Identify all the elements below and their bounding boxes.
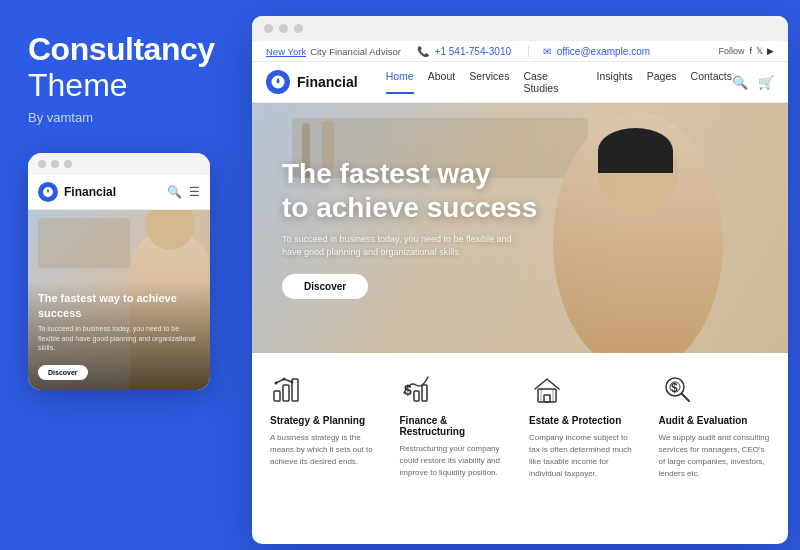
desktop-services: Strategy & Planning A business strategy … [252,353,788,480]
hero-title: The fastest way to achieve success [282,157,537,224]
email-icon: ✉ [543,46,551,57]
topbar-follow-label: Follow [718,46,744,56]
topbar-city-rest: City Financial Advisor [310,46,401,57]
topbar-socials: f 𝕏 ▶ [749,46,774,56]
service-card-finance: $ Finance & Restructuring Restructuring … [396,371,516,480]
service-card-strategy: Strategy & Planning A business strategy … [266,371,386,480]
facebook-icon[interactable]: f [749,46,752,56]
nav-link-case-studies[interactable]: Case Studies [523,70,582,94]
desktop-dot-1 [264,24,273,33]
desktop-logo: Financial [266,70,358,94]
svg-rect-9 [414,391,419,401]
email-address: office@example.com [557,46,650,57]
dot-3 [64,160,72,168]
svg-rect-2 [274,391,280,401]
mobile-hero-subtitle: To succeed in business today, you need t… [38,324,200,353]
service-card-audit: $ Audit & Evaluation We supply audit and… [655,371,775,480]
nav-link-insights[interactable]: Insights [597,70,633,94]
nav-link-home[interactable]: Home [386,70,414,94]
strategy-icon [270,371,306,407]
desktop-dot-3 [294,24,303,33]
desktop-preview: New York City Financial Advisor 📞 +1 541… [252,16,788,544]
desktop-logo-circle [266,70,290,94]
nav-link-contacts[interactable]: Contacts [691,70,732,94]
desktop-nav-links: Home About Services Case Studies Insight… [386,70,732,94]
finance-icon: $ [400,371,436,407]
nav-link-about[interactable]: About [428,70,455,94]
mobile-preview-card: Financial 🔍 ☰ The fastest way to achieve… [28,153,210,390]
svg-rect-3 [283,385,289,401]
phone-icon: 📞 [417,46,429,57]
title-line2: Theme [28,67,245,104]
mobile-logo-circle [38,182,58,202]
mobile-menu-icon[interactable]: ☰ [189,185,200,199]
mobile-brand-name: Financial [64,185,167,199]
hero-title-line1: The fastest way [282,158,491,189]
mobile-hero-title: The fastest way to achieve success [38,291,200,320]
twitter-icon[interactable]: 𝕏 [756,46,763,56]
by-label: By vamtam [28,110,245,125]
svg-point-6 [283,378,286,381]
audit-desc: We supply audit and consulting services … [659,432,771,480]
service-card-estate: Estate & Protection Company income subje… [525,371,645,480]
mobile-discover-button[interactable]: Discover [38,365,88,380]
mobile-hero-overlay: The fastest way to achieve success To su… [28,281,210,390]
hero-overlay: The fastest way to achieve success To su… [252,103,788,353]
left-panel: Consultancy Theme By vamtam Financial 🔍 … [0,0,245,550]
strategy-title: Strategy & Planning [270,415,382,426]
svg-point-5 [275,382,278,385]
nav-search-icon[interactable]: 🔍 [732,75,748,90]
mobile-nav-icons: 🔍 ☰ [167,185,200,199]
desktop-topbar: New York City Financial Advisor 📞 +1 541… [252,41,788,62]
dot-2 [51,160,59,168]
audit-icon: $ [659,371,695,407]
strategy-desc: A business strategy is the means by whic… [270,432,382,468]
desktop-brand-name: Financial [297,74,358,90]
desktop-nav-actions: 🔍 🛒 [732,75,774,90]
topbar-phone: 📞 +1 541-754-3010 [417,46,514,57]
mobile-hero: The fastest way to achieve success To su… [28,210,210,390]
mobile-search-icon[interactable]: 🔍 [167,185,182,199]
svg-point-7 [291,381,294,384]
svg-rect-12 [544,395,550,402]
theme-title: Consultancy Theme [28,32,245,104]
hero-subtitle: To succeed in business today, you need t… [282,233,512,260]
dot-1 [38,160,46,168]
nav-cart-icon[interactable]: 🛒 [758,75,774,90]
desktop-hero: The fastest way to achieve success To su… [252,103,788,353]
nav-link-pages[interactable]: Pages [647,70,677,94]
desktop-dots-bar [252,16,788,41]
estate-title: Estate & Protection [529,415,641,426]
hero-discover-button[interactable]: Discover [282,274,368,299]
finance-title: Finance & Restructuring [400,415,512,437]
youtube-icon[interactable]: ▶ [767,46,774,56]
audit-title: Audit & Evaluation [659,415,771,426]
topbar-email: ✉ office@example.com [543,46,718,57]
phone-number: +1 541-754-3010 [435,46,511,57]
hero-title-line2: to achieve success [282,192,537,223]
estate-icon [529,371,565,407]
svg-rect-10 [422,385,427,401]
topbar-city-name: New York [266,46,306,57]
desktop-dot-2 [279,24,288,33]
estate-desc: Company income subject to tax is often d… [529,432,641,480]
desktop-navbar: Financial Home About Services Case Studi… [252,62,788,103]
title-line1: Consultancy [28,32,245,67]
mobile-dots-bar [28,153,210,175]
mobile-navbar: Financial 🔍 ☰ [28,175,210,210]
nav-link-services[interactable]: Services [469,70,509,94]
finance-desc: Restructuring your company could restore… [400,443,512,479]
